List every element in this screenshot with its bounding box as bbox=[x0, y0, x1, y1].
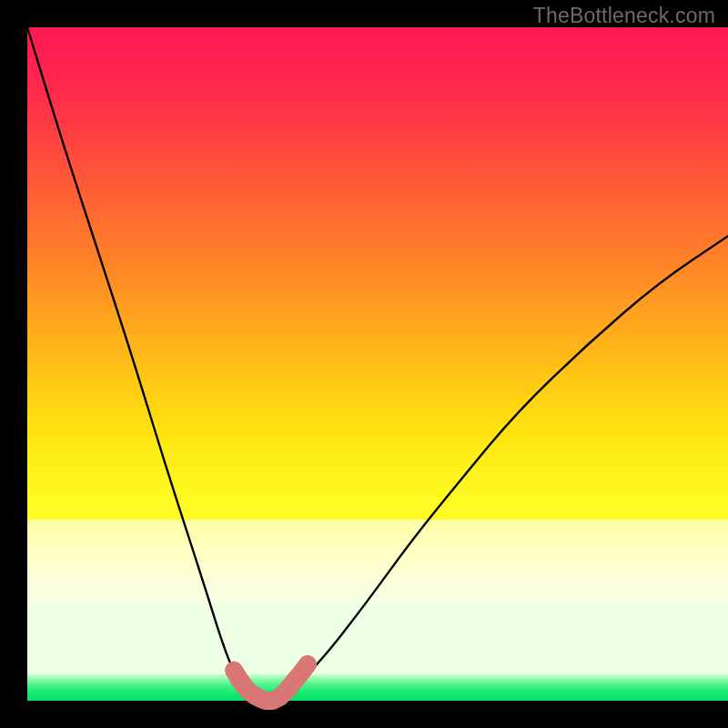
pale-band bbox=[27, 520, 728, 674]
chart-frame: TheBottleneck.com bbox=[0, 0, 728, 728]
green-band bbox=[27, 674, 728, 701]
watermark-text: TheBottleneck.com bbox=[533, 4, 715, 28]
chart-svg bbox=[0, 0, 728, 728]
